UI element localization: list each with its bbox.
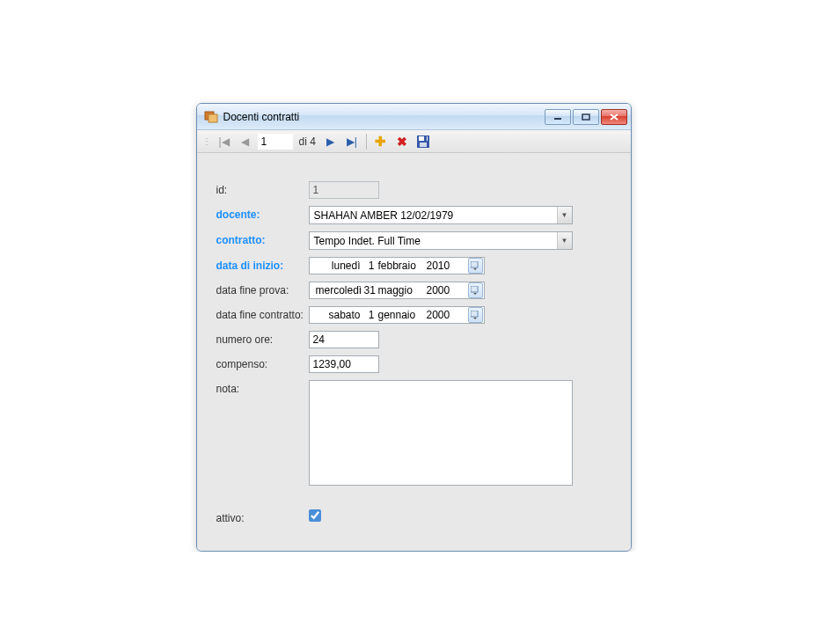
contratto-value: Tempo Indet. Full Time (314, 235, 557, 247)
nav-count-label: di 4 (296, 135, 318, 148)
navigator-toolbar: ⋮ |◀ ◀ di 4 ▶ ▶| ✚ ✖ (197, 130, 631, 153)
numero-ore-field[interactable] (309, 331, 379, 348)
close-button[interactable] (601, 109, 627, 125)
attivo-checkbox[interactable] (309, 509, 321, 522)
svg-rect-2 (554, 118, 561, 120)
svg-rect-3 (582, 114, 589, 120)
label-nota: nota: (216, 380, 309, 395)
compenso-field[interactable] (309, 355, 379, 373)
id-field (309, 181, 379, 199)
docente-value: SHAHAN AMBER 12/02/1979 (314, 209, 557, 222)
label-numero-ore: numero ore: (216, 331, 309, 346)
calendar-dropdown-icon[interactable] (468, 258, 483, 274)
calendar-dropdown-icon[interactable] (468, 282, 483, 298)
nav-prev-button[interactable]: ◀ (237, 133, 254, 150)
app-icon (204, 110, 218, 124)
titlebar[interactable]: Docenti contratti (197, 104, 631, 130)
label-id: id: (216, 181, 309, 196)
label-contratto: contratto: (216, 231, 309, 246)
data-inizio-datepicker[interactable]: lunedì 1 febbraio 2010 (309, 257, 485, 274)
svg-rect-9 (471, 286, 478, 292)
chevron-down-icon: ▼ (557, 207, 572, 223)
nav-last-button[interactable]: ▶| (343, 133, 361, 150)
label-data-di-inizio: data di inizio: (216, 257, 309, 272)
contratto-dropdown[interactable]: Tempo Indet. Full Time ▼ (309, 231, 573, 250)
nav-first-button[interactable]: |◀ (216, 133, 233, 150)
svg-rect-6 (420, 143, 427, 147)
nav-position-input[interactable] (258, 134, 293, 150)
label-attivo: attivo: (216, 509, 309, 524)
label-compenso: compenso: (216, 355, 309, 370)
data-fine-prova-datepicker[interactable]: mercoledì 31 maggio 2000 (309, 282, 485, 299)
chevron-down-icon: ▼ (557, 232, 572, 249)
toolbar-grip-icon: ⋮ (202, 136, 210, 146)
window: Docenti contratti ⋮ |◀ ◀ di 4 ▶ ▶| ✚ ✖ (196, 103, 632, 552)
calendar-dropdown-icon[interactable] (468, 307, 483, 323)
svg-rect-1 (209, 114, 217, 122)
docente-dropdown[interactable]: SHAHAN AMBER 12/02/1979 ▼ (309, 206, 573, 224)
svg-rect-10 (471, 311, 478, 317)
nota-textarea[interactable] (309, 380, 573, 486)
label-data-fine-prova: data fine prova: (216, 282, 309, 296)
minimize-button[interactable] (545, 109, 571, 125)
data-fine-contratto-datepicker[interactable]: sabato 1 gennaio 2000 (309, 306, 485, 324)
window-title: Docenti contratti (223, 111, 545, 123)
toolbar-separator (366, 134, 367, 150)
nav-next-button[interactable]: ▶ (322, 133, 340, 150)
add-record-button[interactable]: ✚ (372, 133, 390, 150)
save-record-button[interactable] (414, 133, 432, 150)
delete-record-button[interactable]: ✖ (393, 133, 411, 150)
svg-rect-7 (424, 136, 427, 141)
label-docente: docente: (216, 206, 309, 221)
label-data-fine-contratto: data fine contratto: (216, 306, 309, 321)
form-content: id: docente: SHAHAN AMBER 12/02/1979 ▼ c… (197, 153, 631, 551)
maximize-button[interactable] (573, 109, 599, 125)
svg-rect-8 (471, 261, 478, 267)
